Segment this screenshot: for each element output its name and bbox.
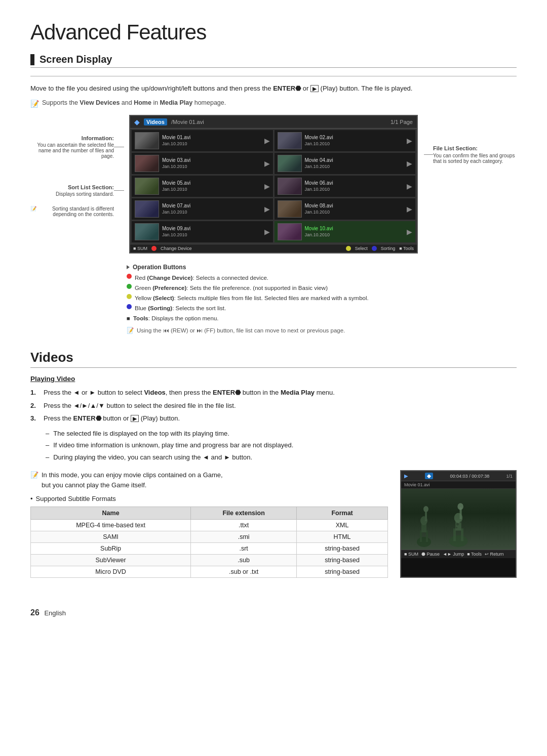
playing-video-title: Playing Video [30, 375, 517, 383]
tools-label: ■ Tools [399, 246, 414, 251]
btn-blue [372, 246, 377, 251]
file-list-desc: You can confirm the files and groups tha… [433, 153, 517, 164]
btn-yellow [346, 246, 351, 251]
table-cell: SubViewer [31, 555, 191, 566]
file-list-label: File List Section: [433, 145, 517, 151]
btn-red [151, 246, 157, 251]
vp-sum: ■ SUM [404, 552, 418, 557]
op-red-icon [127, 274, 132, 279]
sum-label: ■ SUM [133, 246, 147, 251]
tv-thumbnail [278, 155, 302, 172]
table-row: SubRip .srt string-based [31, 543, 388, 555]
op-green-icon [127, 284, 132, 289]
tv-play-icon: ▶ [407, 182, 412, 190]
svg-point-8 [460, 522, 461, 523]
vp-progress: 00:04:03 / 00:07:38 [450, 474, 490, 479]
tv-file-item: Movie 08.avi Jan.10.2010 ▶ [274, 198, 416, 220]
change-device-label: Change Device [161, 246, 192, 251]
op-item-tools: ■ Tools: Displays the option menu. [127, 314, 517, 322]
table-cell: .sub [191, 555, 297, 566]
page-title: Advanced Features [30, 20, 517, 45]
tv-label: Videos [144, 118, 167, 125]
info-desc: You can ascertain the selected file name… [30, 142, 114, 159]
tools-icon: ■ [127, 314, 130, 322]
intro-paragraph: Move to the file you desired using the u… [30, 83, 517, 94]
op-note: 📝 Using the ⏮ (REW) or ⏭ (FF) button, fi… [127, 326, 517, 334]
tv-file-item: Movie 01.avi Jan.10.2010 ▶ [131, 130, 274, 152]
op-yellow-icon [127, 294, 132, 299]
video-preview: ▶ ◆ 00:04:03 / 00:07:38 1/1 Movie 01.avi [400, 470, 517, 578]
op-note-icon: 📝 [127, 326, 134, 334]
game-note-icon: 📝 [30, 470, 38, 480]
tv-play-icon: ▶ [264, 182, 270, 190]
vp-header: ▶ ◆ 00:04:03 / 00:07:38 1/1 [401, 471, 516, 481]
tv-play-icon: ▶ [407, 137, 412, 145]
note-icon: 📝 [30, 100, 39, 108]
table-cell: .smi [191, 531, 297, 543]
videos-section-header: Videos [30, 350, 517, 368]
game-note: 📝 In this mode, you can enjoy movie clip… [30, 470, 388, 490]
tv-file-grid: Movie 01.avi Jan.10.2010 ▶ Movie 02.avi … [130, 129, 417, 244]
table-cell: .sub or .txt [191, 566, 297, 578]
numbered-steps: 1. Press the ◄ or ► button to select Vid… [30, 388, 517, 424]
table-cell: XML [297, 520, 388, 531]
svg-point-16 [423, 506, 428, 512]
tv-thumbnail [278, 200, 302, 218]
sort-label-group: Sort List Section: Displays sorting stan… [30, 184, 119, 197]
tv-thumbnail [278, 223, 302, 240]
vp-filename: Movie 01.avi [401, 481, 516, 489]
giraffe-svg [438, 499, 479, 550]
vp-logo: ◆ [425, 473, 433, 479]
sort-desc: Displays sorting standard. [30, 191, 114, 197]
tv-play-icon: ▶ [264, 137, 270, 145]
section-bar [30, 54, 34, 65]
tv-play-icon: ▶ [407, 159, 412, 167]
giraffe2-svg [411, 504, 437, 550]
op-blue-icon [127, 304, 132, 309]
tv-thumbnail [135, 200, 159, 218]
videos-section: Videos Playing Video 1. Press the ◄ or ►… [30, 350, 517, 578]
select-label: Select [355, 246, 368, 251]
tv-file-info: Movie 07.avi Jan.10.2010 [162, 203, 261, 215]
tv-thumbnail [135, 132, 159, 149]
videos-text-section: 📝 In this mode, you can enjoy movie clip… [30, 470, 388, 578]
page-number: 26 [30, 608, 40, 617]
dash-3: – During playing the video, you can sear… [46, 452, 517, 463]
table-row: SAMI .smi HTML [31, 531, 388, 543]
tv-thumbnail [135, 223, 159, 240]
tv-page: 1/1 Page [390, 119, 413, 125]
tv-file-item: Movie 07.avi Jan.10.2010 ▶ [131, 198, 274, 220]
info-label: Information: [30, 135, 114, 141]
tv-file-info: Movie 05.avi Jan.10.2010 [162, 180, 261, 192]
subtitle-formats-bullet: • Supported Subtitle Formats [30, 495, 388, 502]
page-footer: 26 English [30, 608, 517, 617]
step-num: 2. [30, 401, 40, 411]
tv-path: /Movie 01.avi [171, 119, 204, 125]
tv-file-item: Movie 03.avi Jan.10.2010 ▶ [131, 152, 274, 175]
svg-point-9 [456, 527, 457, 528]
table-cell: HTML [297, 531, 388, 543]
tv-bottom-bar: ■ SUM Change Device Select Sorting ■ Too… [130, 244, 417, 253]
table-cell: SubRip [31, 543, 191, 555]
note-supports: 📝 Supports the View Devices and Home in … [30, 99, 517, 108]
tv-file-info: Movie 09.avi Jan.10.2010 [162, 226, 261, 237]
tv-screen: ◆ Videos /Movie 01.avi 1/1 Page Movie 01… [129, 115, 418, 254]
table-cell: string-based [297, 543, 388, 555]
section-rule [30, 76, 517, 76]
table-header-name: Name [31, 507, 191, 520]
tv-file-item: Movie 04.avi Jan.10.2010 ▶ [274, 152, 416, 175]
tv-compass-icon: ◆ [134, 118, 140, 126]
dash-1: – The selected file is displayed on the … [46, 429, 517, 439]
step-3: 3. Press the ENTER⬣ button or ▶ (Play) b… [30, 413, 517, 424]
operation-section: Operation Buttons Red (Change Device): S… [127, 264, 517, 335]
tv-file-info: Movie 08.avi Jan.10.2010 [305, 203, 404, 215]
screen-display-section-header: Screen Display [30, 54, 517, 68]
vp-pause: ⬣ Pause [421, 552, 440, 557]
vp-page: 1/1 [506, 474, 513, 479]
tv-file-info: Movie 04.avi Jan.10.2010 [305, 157, 404, 169]
step-1: 1. Press the ◄ or ► button to select Vid… [30, 388, 517, 398]
vp-image [401, 489, 516, 550]
vp-return: ↩ Return [485, 552, 504, 557]
vp-tools: ■ Tools [467, 552, 482, 557]
step-num: 1. [30, 388, 40, 398]
